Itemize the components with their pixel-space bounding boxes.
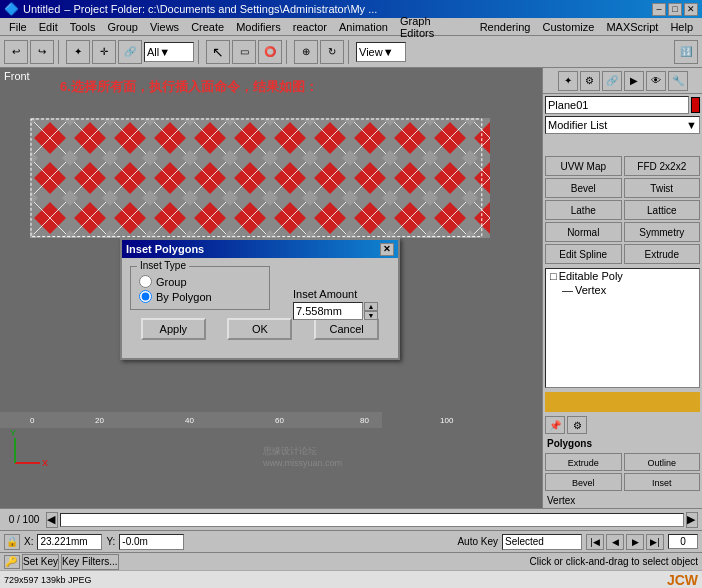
play-next[interactable]: ▶| [646,534,664,550]
object-name-input[interactable] [545,96,689,114]
menu-maxscript[interactable]: MAXScript [601,20,663,34]
minimize-button[interactable]: – [652,3,666,16]
inset-amount-input[interactable]: 7.558mm [293,302,363,320]
play-prev[interactable]: |◀ [586,534,604,550]
dialog-close-button[interactable]: ✕ [380,243,394,256]
app-title: Untitled [23,3,60,15]
hierarchy-editable-poly[interactable]: □ Editable Poly [546,269,699,283]
spinner-down[interactable]: ▼ [364,311,378,320]
key-icon[interactable]: 🔑 [4,555,20,569]
twist-button[interactable]: Twist [624,178,701,198]
inset-amount-section: Inset Amount 7.558mm ▲ ▼ [293,288,378,320]
menu-edit[interactable]: Edit [34,20,63,34]
bottom-toolbar: 🔑 Set Key Key Filters... Click or click-… [0,552,702,570]
y-label: Y: [106,536,115,547]
menu-modifiers[interactable]: Modifiers [231,20,286,34]
filter-dropdown[interactable]: All ▼ [144,42,194,62]
bevel-button[interactable]: Bevel [545,178,622,198]
transform-tool[interactable]: ⊕ [294,40,318,64]
settings-button[interactable]: ⚙ [567,416,587,434]
snap-toggle[interactable]: 🔢 [674,40,698,64]
menu-animation[interactable]: Animation [334,20,393,34]
undo-button[interactable]: ↩ [4,40,28,64]
content-area: Front 6.选择所有面，执行插入面命令，结果如图： [0,68,702,508]
modifier-buttons: UVW Map FFD 2x2x2 Bevel Twist Lathe Latt… [543,154,702,266]
ok-button[interactable]: OK [227,318,292,340]
menu-help[interactable]: Help [665,20,698,34]
normal-button[interactable]: Normal [545,222,622,242]
create-icon[interactable]: ✦ [558,71,578,91]
inset-button[interactable]: Inset [624,473,701,491]
utilities-icon[interactable]: 🔧 [668,71,688,91]
lock-icon[interactable]: 🔒 [4,534,20,550]
timeline-start-btn[interactable]: ◀ [46,512,58,528]
menu-customize[interactable]: Customize [537,20,599,34]
menu-views[interactable]: Views [145,20,184,34]
object-name-row [545,96,700,114]
hierarchy-vertex[interactable]: — Vertex [546,283,699,297]
right-controls: 📌 ⚙ [543,414,702,436]
group-radio[interactable] [139,275,152,288]
by-polygon-radio[interactable] [139,290,152,303]
key-filters-button[interactable]: Key Filters... [61,554,119,570]
group-radio-row: Group [139,275,261,288]
hierarchy-icon[interactable]: 🔗 [602,71,622,91]
scene-hierarchy: □ Editable Poly — Vertex [545,268,700,388]
autokey-label: Auto Key [457,536,498,547]
svg-rect-10 [30,118,490,238]
selected-input[interactable] [502,534,582,550]
apply-button[interactable]: Apply [141,318,206,340]
modify-icon[interactable]: ⚙ [580,71,600,91]
region-select[interactable]: ▭ [232,40,256,64]
menu-graph-editors[interactable]: Graph Editors [395,14,473,40]
link-button[interactable]: 🔗 [118,40,142,64]
rotate-tool[interactable]: ↻ [320,40,344,64]
menu-create[interactable]: Create [186,20,229,34]
menu-group[interactable]: Group [102,20,143,34]
inset-polygons-dialog: Inset Polygons ✕ Inset Type Group By Pol… [120,238,400,360]
move-button[interactable]: ✛ [92,40,116,64]
timeline-end-btn[interactable]: ▶ [686,512,698,528]
outline-button[interactable]: Outline [624,453,701,471]
menu-rendering[interactable]: Rendering [475,20,536,34]
pin-button[interactable]: 📌 [545,416,565,434]
menu-tools[interactable]: Tools [65,20,101,34]
right-panel-top: Modifier List ▼ [543,94,702,154]
bevel-sub-button[interactable]: Bevel [545,473,622,491]
titlebar-left: 🔷 Untitled – Project Folder: c:\Document… [4,2,377,16]
spinner-up[interactable]: ▲ [364,302,378,311]
cancel-button[interactable]: Cancel [314,318,379,340]
play-forward[interactable]: ▶ [626,534,644,550]
object-color-swatch[interactable] [691,97,700,113]
modifier-list-dropdown[interactable]: Modifier List ▼ [545,116,700,134]
extrude-button[interactable]: Extrude [624,244,701,264]
ffd-button[interactable]: FFD 2x2x2 [624,156,701,176]
display-icon[interactable]: 👁 [646,71,666,91]
timeline-bar[interactable] [60,513,684,527]
lattice-button[interactable]: Lattice [624,200,701,220]
uvw-map-button[interactable]: UVW Map [545,156,622,176]
svg-text:X: X [42,458,48,468]
close-button[interactable]: ✕ [684,3,698,16]
y-input[interactable] [119,534,184,550]
statusbar: 🔒 X: Y: Auto Key |◀ ◀ ▶ ▶| 0 [0,530,702,552]
play-back[interactable]: ◀ [606,534,624,550]
lathe-button[interactable]: Lathe [545,200,622,220]
select-tool[interactable]: ↖ [206,40,230,64]
maximize-button[interactable]: □ [668,3,682,16]
symmetry-button[interactable]: Symmetry [624,222,701,242]
set-key-button[interactable]: Set Key [22,554,59,570]
redo-button[interactable]: ↪ [30,40,54,64]
select-button[interactable]: ✦ [66,40,90,64]
view-dropdown[interactable]: View ▼ [356,42,406,62]
menu-reactor[interactable]: reactor [288,20,332,34]
motion-icon[interactable]: ▶ [624,71,644,91]
x-input[interactable] [37,534,102,550]
menu-file[interactable]: File [4,20,32,34]
app-icon: 🔷 [4,2,19,16]
lasso-tool[interactable]: ⭕ [258,40,282,64]
brand-bar: 729x597 139kb JPEG JCW [0,570,702,588]
extrude-sub-button[interactable]: Extrude [545,453,622,471]
modifier-list-row: Modifier List ▼ [545,116,700,134]
edit-spline-button[interactable]: Edit Spline [545,244,622,264]
